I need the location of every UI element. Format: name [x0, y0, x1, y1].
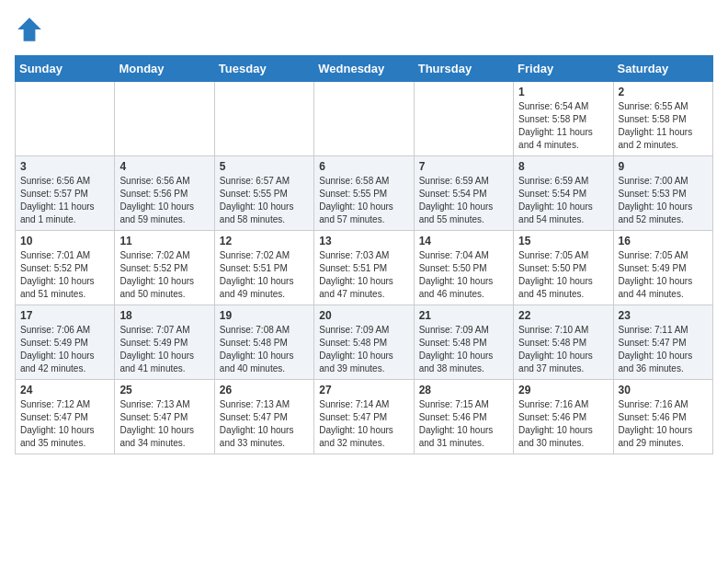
day-info: Sunrise: 7:03 AM Sunset: 5:51 PM Dayligh…	[319, 249, 408, 301]
day-info: Sunrise: 7:13 AM Sunset: 5:47 PM Dayligh…	[119, 398, 209, 450]
day-info: Sunrise: 7:05 AM Sunset: 5:50 PM Dayligh…	[518, 249, 608, 301]
calendar-cell: 17Sunrise: 7:06 AM Sunset: 5:49 PM Dayli…	[16, 305, 115, 380]
day-info: Sunrise: 7:12 AM Sunset: 5:47 PM Dayligh…	[20, 398, 109, 450]
calendar-cell	[314, 82, 414, 156]
calendar-cell: 3Sunrise: 6:56 AM Sunset: 5:57 PM Daylig…	[16, 156, 115, 231]
day-number: 13	[319, 235, 408, 247]
calendar-cell: 23Sunrise: 7:11 AM Sunset: 5:47 PM Dayli…	[613, 305, 712, 380]
calendar-week-1: 3Sunrise: 6:56 AM Sunset: 5:57 PM Daylig…	[16, 156, 713, 231]
calendar-week-3: 17Sunrise: 7:06 AM Sunset: 5:49 PM Dayli…	[16, 305, 713, 380]
day-info: Sunrise: 6:54 AM Sunset: 5:58 PM Dayligh…	[518, 100, 608, 152]
page-header	[15, 15, 713, 44]
calendar-cell: 8Sunrise: 6:59 AM Sunset: 5:54 PM Daylig…	[514, 156, 613, 231]
day-number: 4	[119, 160, 209, 173]
calendar-cell: 10Sunrise: 7:01 AM Sunset: 5:52 PM Dayli…	[16, 231, 115, 305]
calendar-cell: 18Sunrise: 7:07 AM Sunset: 5:49 PM Dayli…	[115, 305, 214, 380]
calendar-cell	[16, 82, 115, 156]
calendar-cell: 19Sunrise: 7:08 AM Sunset: 5:48 PM Dayli…	[214, 305, 313, 380]
day-number: 5	[220, 160, 309, 173]
day-info: Sunrise: 7:02 AM Sunset: 5:52 PM Dayligh…	[119, 249, 209, 301]
day-info: Sunrise: 7:09 AM Sunset: 5:48 PM Dayligh…	[419, 324, 508, 375]
day-number: 30	[619, 384, 708, 396]
weekday-header-row: SundayMondayTuesdayWednesdayThursdayFrid…	[16, 56, 713, 82]
calendar-cell: 12Sunrise: 7:02 AM Sunset: 5:51 PM Dayli…	[214, 231, 313, 305]
calendar-cell: 26Sunrise: 7:13 AM Sunset: 5:47 PM Dayli…	[214, 380, 313, 454]
day-number: 29	[518, 384, 608, 396]
day-info: Sunrise: 7:16 AM Sunset: 5:46 PM Dayligh…	[518, 398, 608, 450]
day-number: 3	[20, 160, 109, 173]
day-info: Sunrise: 7:04 AM Sunset: 5:50 PM Dayligh…	[419, 249, 508, 301]
day-info: Sunrise: 7:15 AM Sunset: 5:46 PM Dayligh…	[419, 398, 508, 450]
calendar-cell: 11Sunrise: 7:02 AM Sunset: 5:52 PM Dayli…	[115, 231, 214, 305]
day-info: Sunrise: 7:14 AM Sunset: 5:47 PM Dayligh…	[319, 398, 408, 450]
day-info: Sunrise: 7:09 AM Sunset: 5:48 PM Dayligh…	[319, 324, 408, 375]
weekday-sunday: Sunday	[16, 56, 115, 82]
weekday-friday: Friday	[514, 56, 613, 82]
calendar: SundayMondayTuesdayWednesdayThursdayFrid…	[15, 55, 713, 454]
weekday-saturday: Saturday	[613, 56, 712, 82]
calendar-cell: 30Sunrise: 7:16 AM Sunset: 5:46 PM Dayli…	[613, 380, 712, 454]
calendar-cell	[115, 82, 214, 156]
calendar-cell: 15Sunrise: 7:05 AM Sunset: 5:50 PM Dayli…	[514, 231, 613, 305]
day-number: 11	[119, 235, 209, 247]
calendar-cell: 22Sunrise: 7:10 AM Sunset: 5:48 PM Dayli…	[514, 305, 613, 380]
calendar-cell: 25Sunrise: 7:13 AM Sunset: 5:47 PM Dayli…	[115, 380, 214, 454]
day-info: Sunrise: 7:13 AM Sunset: 5:47 PM Dayligh…	[220, 398, 309, 450]
day-number: 2	[619, 86, 708, 98]
day-number: 21	[419, 309, 508, 322]
day-number: 26	[220, 384, 309, 396]
calendar-cell: 16Sunrise: 7:05 AM Sunset: 5:49 PM Dayli…	[613, 231, 712, 305]
day-number: 23	[619, 309, 708, 322]
day-number: 18	[119, 309, 209, 322]
calendar-week-4: 24Sunrise: 7:12 AM Sunset: 5:47 PM Dayli…	[16, 380, 713, 454]
calendar-cell: 21Sunrise: 7:09 AM Sunset: 5:48 PM Dayli…	[414, 305, 513, 380]
day-info: Sunrise: 6:56 AM Sunset: 5:57 PM Dayligh…	[20, 175, 109, 226]
day-info: Sunrise: 6:56 AM Sunset: 5:56 PM Dayligh…	[119, 175, 209, 226]
day-number: 20	[319, 309, 408, 322]
day-number: 27	[319, 384, 408, 396]
day-number: 17	[20, 309, 109, 322]
day-info: Sunrise: 7:01 AM Sunset: 5:52 PM Dayligh…	[20, 249, 109, 301]
day-number: 9	[619, 160, 708, 173]
calendar-cell: 6Sunrise: 6:58 AM Sunset: 5:55 PM Daylig…	[314, 156, 414, 231]
logo	[15, 15, 48, 44]
logo-icon	[15, 15, 44, 44]
calendar-cell: 29Sunrise: 7:16 AM Sunset: 5:46 PM Dayli…	[514, 380, 613, 454]
calendar-cell: 24Sunrise: 7:12 AM Sunset: 5:47 PM Dayli…	[16, 380, 115, 454]
calendar-body: 1Sunrise: 6:54 AM Sunset: 5:58 PM Daylig…	[16, 82, 713, 454]
weekday-monday: Monday	[115, 56, 214, 82]
day-number: 28	[419, 384, 508, 396]
day-number: 22	[518, 309, 608, 322]
day-info: Sunrise: 7:08 AM Sunset: 5:48 PM Dayligh…	[220, 324, 309, 375]
day-info: Sunrise: 6:58 AM Sunset: 5:55 PM Dayligh…	[319, 175, 408, 226]
calendar-cell: 2Sunrise: 6:55 AM Sunset: 5:58 PM Daylig…	[613, 82, 712, 156]
day-info: Sunrise: 6:57 AM Sunset: 5:55 PM Dayligh…	[220, 175, 309, 226]
day-number: 12	[220, 235, 309, 247]
day-number: 7	[419, 160, 508, 173]
calendar-cell: 9Sunrise: 7:00 AM Sunset: 5:53 PM Daylig…	[613, 156, 712, 231]
day-number: 1	[518, 86, 608, 98]
calendar-cell	[414, 82, 513, 156]
day-number: 6	[319, 160, 408, 173]
day-number: 10	[20, 235, 109, 247]
day-number: 14	[419, 235, 508, 247]
day-info: Sunrise: 7:11 AM Sunset: 5:47 PM Dayligh…	[619, 324, 708, 375]
svg-marker-0	[17, 17, 41, 41]
weekday-tuesday: Tuesday	[214, 56, 313, 82]
day-info: Sunrise: 7:02 AM Sunset: 5:51 PM Dayligh…	[220, 249, 309, 301]
day-info: Sunrise: 7:00 AM Sunset: 5:53 PM Dayligh…	[619, 175, 708, 226]
calendar-cell: 7Sunrise: 6:59 AM Sunset: 5:54 PM Daylig…	[414, 156, 513, 231]
calendar-header: SundayMondayTuesdayWednesdayThursdayFrid…	[16, 56, 713, 82]
day-info: Sunrise: 7:07 AM Sunset: 5:49 PM Dayligh…	[119, 324, 209, 375]
day-number: 15	[518, 235, 608, 247]
day-number: 8	[518, 160, 608, 173]
day-info: Sunrise: 7:05 AM Sunset: 5:49 PM Dayligh…	[619, 249, 708, 301]
calendar-cell: 27Sunrise: 7:14 AM Sunset: 5:47 PM Dayli…	[314, 380, 414, 454]
calendar-cell: 1Sunrise: 6:54 AM Sunset: 5:58 PM Daylig…	[514, 82, 613, 156]
calendar-week-0: 1Sunrise: 6:54 AM Sunset: 5:58 PM Daylig…	[16, 82, 713, 156]
calendar-week-2: 10Sunrise: 7:01 AM Sunset: 5:52 PM Dayli…	[16, 231, 713, 305]
day-info: Sunrise: 6:55 AM Sunset: 5:58 PM Dayligh…	[619, 100, 708, 152]
calendar-cell	[214, 82, 313, 156]
calendar-cell: 13Sunrise: 7:03 AM Sunset: 5:51 PM Dayli…	[314, 231, 414, 305]
day-info: Sunrise: 7:16 AM Sunset: 5:46 PM Dayligh…	[619, 398, 708, 450]
